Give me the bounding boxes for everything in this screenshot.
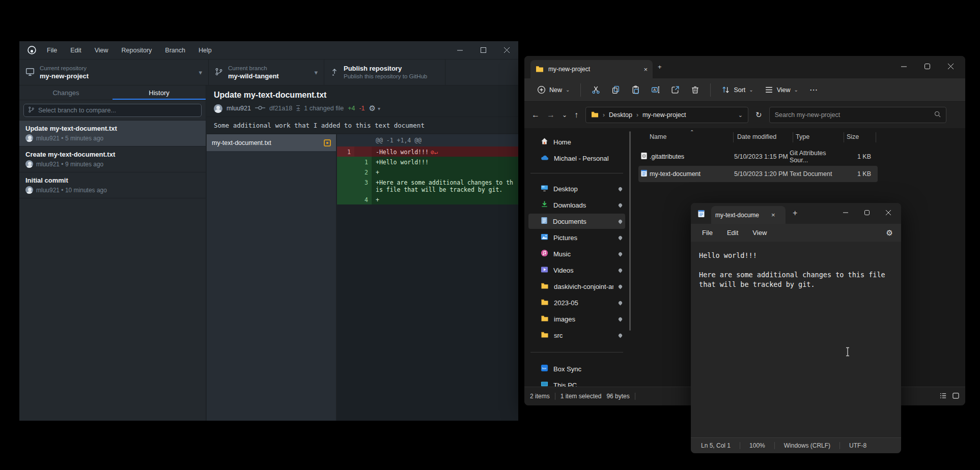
commit-meta: mluu921 • 9 minutes ago [36,161,103,168]
history-item[interactable]: Create my-text-document.txt mluu921 • 9 … [19,146,206,172]
address-dropdown-icon[interactable]: ⌄ [738,112,743,119]
current-branch-dropdown[interactable]: Current branch my-wild-tangent ▾ [209,60,324,85]
maximize-button[interactable] [856,203,878,222]
diff-line-added[interactable]: 4 + [337,194,518,204]
sidebar-item-label: daskivich-conjoint-an [554,283,613,290]
column-header-size[interactable]: Size [847,133,859,140]
column-header-type[interactable]: Type [796,133,809,140]
menu-file[interactable]: File [695,229,720,237]
sidebar-item-music[interactable]: Music [528,246,625,261]
explorer-tab[interactable]: my-new-project × [530,60,653,78]
file-row-my-text-document[interactable]: my-text-document 5/10/2023 1:20 PM Text … [638,166,878,182]
notepad-editor[interactable]: Hello world!!! Here are some additional … [691,242,901,437]
commit-sha[interactable]: df21a18 [269,105,292,112]
sidebar-item-desktop[interactable]: Desktop [528,181,625,196]
breadcrumb-bar[interactable]: › Desktop › my-new-project ⌄ [585,107,748,123]
column-header-name[interactable]: Name [650,133,666,140]
column-header-date[interactable]: Date modified [737,133,776,140]
diff-viewer: @@ -1 +1,4 @@ 1 -Hello world!!!⊘↵ 1 +Hel… [337,134,518,421]
column-divider[interactable] [844,132,844,142]
current-repository-dropdown[interactable]: Current repository my-new-project ▾ [19,60,209,85]
minimize-button[interactable] [448,41,471,59]
notepad-tab[interactable]: my-text-docume × [711,206,786,224]
sidebar-item-folder[interactable]: daskivich-conjoint-an [528,279,625,294]
sidebar-item-folder[interactable]: images [528,311,625,327]
maximize-button[interactable] [915,56,939,76]
close-button[interactable] [495,41,518,59]
menu-file[interactable]: File [40,41,64,59]
close-button[interactable] [878,203,899,222]
column-divider[interactable] [733,132,734,142]
close-tab-icon[interactable]: × [643,66,648,73]
maximize-button[interactable] [471,41,495,59]
menu-branch[interactable]: Branch [158,41,192,59]
diff-line-added[interactable]: 3 +Here are some additional changes to t… [337,177,518,194]
large-icons-view-icon[interactable] [952,392,960,401]
line-ending-type[interactable]: Windows (CRLF) [775,442,839,449]
column-divider[interactable] [793,132,793,142]
menu-view[interactable]: View [88,41,115,59]
changed-file-row[interactable]: my-text-document.txt [207,134,336,151]
sidebar-item-home[interactable]: Home [528,134,625,150]
back-button[interactable]: ← [531,110,540,120]
column-divider[interactable] [876,132,876,142]
diff-line-added[interactable]: 2 + [337,167,518,177]
recent-locations-button[interactable]: ⌄ [562,111,567,119]
search-input[interactable] [775,111,930,119]
new-tab-button[interactable]: + [658,63,662,71]
pin-icon [618,316,623,321]
sidebar-item-videos[interactable]: Videos [528,262,625,278]
file-row-gitattributes[interactable]: .gitattributes 5/10/2023 1:15 PM Git Att… [638,149,878,165]
forward-button[interactable]: → [547,110,555,120]
up-button[interactable]: ↑ [574,110,578,120]
tab-changes[interactable]: Changes [19,85,113,100]
settings-gear-icon[interactable]: ⚙ [886,228,893,238]
sidebar-item-folder[interactable]: 2023-05 [528,295,625,310]
history-item[interactable]: Initial commit mluu921 • 10 minutes ago [19,172,206,198]
compare-branch-field[interactable] [23,104,202,117]
sidebar-item-box-sync[interactable]: › box Box Sync [528,361,625,376]
compare-branch-input[interactable] [38,107,197,114]
sidebar-item-documents[interactable]: Documents [528,214,625,229]
close-button[interactable] [939,56,962,76]
publish-repository-button[interactable]: Publish repository Publish this reposito… [324,60,445,85]
rename-button[interactable]: A [646,81,665,99]
cut-button[interactable] [586,81,606,99]
diff-line-added[interactable]: 1 +Hello world!!! [337,157,518,167]
search-box[interactable] [769,107,946,123]
gear-icon[interactable]: ⚙ [369,104,376,113]
details-view-icon[interactable] [939,392,947,401]
sidebar-scrollbar[interactable] [629,131,631,331]
zoom-level[interactable]: 100% [740,442,774,449]
menu-edit[interactable]: Edit [720,229,745,237]
sidebar-item-onedrive[interactable]: › Michael - Personal [528,151,625,166]
diff-line-removed[interactable]: 1 -Hello world!!!⊘↵ [337,146,518,157]
menu-edit[interactable]: Edit [64,41,88,59]
gitattributes-file-icon [638,152,650,161]
sidebar-item-folder[interactable]: src [528,328,625,343]
breadcrumb-my-new-project[interactable]: my-new-project [642,111,686,119]
minimize-button[interactable] [892,56,915,76]
menu-view[interactable]: View [745,229,774,237]
history-item[interactable]: Update my-text-document.txt mluu921 • 5 … [19,121,206,146]
menu-repository[interactable]: Repository [115,41,159,59]
more-options-button[interactable]: ⋯ [804,81,823,99]
view-button[interactable]: View ⌄ [759,81,804,99]
sidebar-item-downloads[interactable]: Downloads [528,197,625,213]
share-button[interactable] [665,81,685,99]
refresh-button[interactable]: ↻ [755,110,762,120]
minimize-button[interactable] [835,203,856,222]
delete-button[interactable] [685,81,705,99]
chevron-down-icon[interactable]: ▾ [378,106,380,111]
sort-button[interactable]: Sort ⌄ [716,81,759,99]
encoding[interactable]: UTF-8 [840,442,876,449]
tab-history[interactable]: History [113,85,206,100]
new-button[interactable]: New ⌄ [531,81,575,99]
close-tab-icon[interactable]: × [771,211,775,219]
menu-help[interactable]: Help [192,41,218,59]
paste-button[interactable] [626,81,646,99]
new-tab-button[interactable]: + [793,209,797,218]
breadcrumb-desktop[interactable]: Desktop [609,111,632,119]
copy-button[interactable] [606,81,626,99]
sidebar-item-pictures[interactable]: Pictures [528,230,625,245]
